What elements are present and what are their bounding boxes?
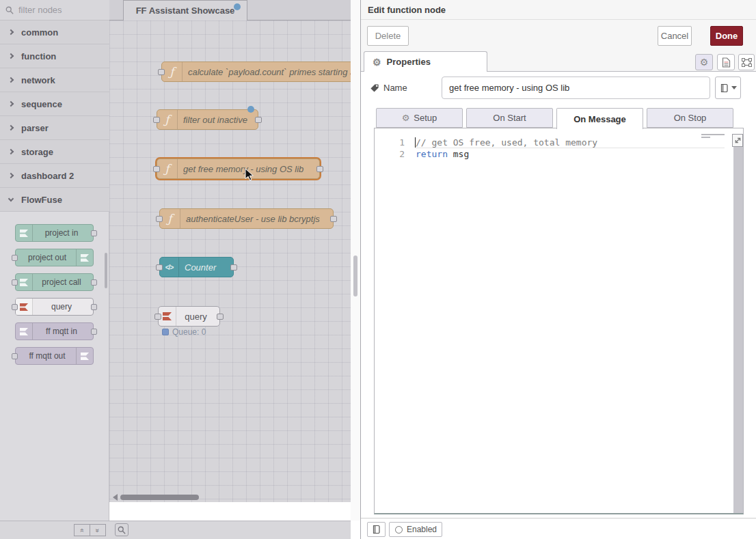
- tab-on-stop[interactable]: On Stop: [647, 108, 733, 128]
- tray-header: Edit function node Delete Cancel Done ⚙ …: [361, 0, 756, 72]
- input-port[interactable]: [153, 117, 160, 123]
- palette-category-parser[interactable]: parser: [0, 116, 109, 140]
- delete-button[interactable]: Delete: [367, 26, 409, 46]
- library-dropdown-button[interactable]: [715, 77, 741, 99]
- flow-node-authenticate-user[interactable]: ƒ authenticateUser - use lib bcryptjs: [159, 208, 334, 229]
- input-port[interactable]: [12, 255, 18, 261]
- category-label: storage: [21, 147, 53, 157]
- node-label: filter out inactive: [183, 110, 254, 129]
- palette-node-label: query: [33, 299, 90, 315]
- flowfuse-icon: [76, 249, 93, 266]
- tab-on-message[interactable]: On Message: [556, 108, 643, 129]
- tab-properties[interactable]: ⚙ Properties: [364, 51, 487, 72]
- palette-footer: » »: [0, 521, 109, 539]
- palette-category-dashboard2[interactable]: dashboard 2: [0, 164, 109, 188]
- flowfuse-icon: [16, 299, 33, 315]
- gear-icon: ⚙: [373, 57, 381, 67]
- search-flows-button[interactable]: [115, 523, 129, 536]
- line-number: 1: [375, 137, 405, 148]
- enabled-toggle-button[interactable]: Enabled: [389, 522, 442, 537]
- book-icon: [720, 83, 729, 93]
- tab-on-start[interactable]: On Start: [466, 108, 553, 128]
- palette-node-label: project in: [33, 225, 90, 241]
- expand-all-button[interactable]: »: [90, 524, 106, 536]
- category-label: parser: [21, 123, 49, 133]
- palette-category-storage[interactable]: storage: [0, 140, 109, 164]
- minimap-line: [701, 134, 725, 135]
- output-port[interactable]: [330, 216, 337, 222]
- palette-node-ff-mqtt-in[interactable]: ff mqtt in: [15, 322, 94, 340]
- output-port[interactable]: [230, 264, 237, 271]
- input-port[interactable]: [12, 304, 18, 310]
- done-button-label: Done: [716, 31, 738, 41]
- input-port[interactable]: [158, 69, 165, 75]
- flow-node-counter[interactable]: </> Counter: [159, 257, 234, 277]
- code-text[interactable]: // get OS free, used, total memoryreturn…: [416, 137, 597, 160]
- palette-filter-input[interactable]: [17, 4, 96, 16]
- description-icon-button[interactable]: [717, 54, 735, 70]
- palette-node-project-in[interactable]: project in: [15, 224, 94, 242]
- double-chevron-up-icon: »: [79, 528, 86, 532]
- palette-search[interactable]: [0, 0, 109, 20]
- library-button[interactable]: [367, 522, 386, 537]
- output-port[interactable]: [91, 230, 97, 236]
- canvas-vertical-scrollbar[interactable]: [353, 255, 357, 296]
- output-port[interactable]: [91, 329, 97, 335]
- flow-grid[interactable]: ƒ calculate `payload.count` primes start…: [109, 20, 351, 502]
- palette-node-query[interactable]: query: [15, 298, 94, 316]
- divider: [361, 19, 756, 20]
- input-port[interactable]: [154, 314, 161, 320]
- palette-scrollbar[interactable]: [105, 253, 107, 288]
- horizontal-scrollbar[interactable]: [120, 495, 199, 500]
- appearance-icon-button[interactable]: [738, 54, 755, 70]
- status-dot: [162, 329, 169, 335]
- flow-node-filter-out-inactive[interactable]: ƒ filter out inactive: [157, 109, 258, 130]
- output-port[interactable]: [316, 166, 323, 172]
- palette-node-project-call[interactable]: project call: [15, 273, 94, 291]
- scroll-left-arrow[interactable]: [113, 494, 118, 501]
- properties-icon-button[interactable]: ⚙: [695, 54, 713, 70]
- palette-category-function[interactable]: function: [0, 44, 109, 68]
- output-port[interactable]: [91, 304, 97, 310]
- cancel-button[interactable]: Cancel: [658, 26, 692, 46]
- modified-indicator-dot: [247, 106, 254, 113]
- input-port[interactable]: [12, 353, 18, 359]
- workspace-tab[interactable]: FF Assistant Showcase: [123, 0, 247, 20]
- workspace-canvas[interactable]: FF Assistant Showcase ƒ calculate `paylo…: [109, 0, 351, 521]
- input-port[interactable]: [156, 264, 163, 271]
- done-button[interactable]: Done: [710, 26, 743, 46]
- palette-category-flowfuse[interactable]: FlowFuse: [0, 188, 109, 212]
- collapse-all-button[interactable]: »: [74, 524, 90, 536]
- node-label: authenticateUser - use lib bcryptjs: [186, 209, 329, 228]
- output-port[interactable]: [217, 314, 224, 320]
- flowfuse-icon: [16, 225, 33, 241]
- tab-setup[interactable]: ⚙ Setup: [376, 108, 463, 128]
- chevron-right-icon: [8, 77, 14, 83]
- code-editor[interactable]: 1 2 // get OS free, used, total memoryre…: [374, 128, 744, 514]
- palette-category-sequence[interactable]: sequence: [0, 92, 109, 116]
- palette-category-common[interactable]: common: [0, 20, 109, 44]
- flowfuse-icon: [76, 348, 93, 364]
- expand-editor-button[interactable]: [732, 134, 743, 147]
- palette-node-label: project out: [18, 249, 76, 266]
- palette-node-ff-mqtt-out[interactable]: ff mqtt out: [15, 347, 94, 365]
- gear-icon: ⚙: [700, 57, 709, 67]
- flow-node-get-free-memory[interactable]: ƒ get free memory - using OS lib: [157, 158, 320, 179]
- node-palette: common function network sequence parser …: [0, 0, 109, 521]
- flow-node-calculate-primes[interactable]: ƒ calculate `payload.count` primes start…: [161, 61, 351, 82]
- name-input[interactable]: [442, 77, 710, 99]
- output-port[interactable]: [255, 117, 262, 123]
- input-port[interactable]: [12, 279, 18, 286]
- flow-node-query[interactable]: query: [158, 306, 220, 327]
- input-port[interactable]: [153, 166, 160, 172]
- delete-button-label: Delete: [375, 31, 401, 41]
- output-port[interactable]: [91, 279, 97, 286]
- editor-scrollbar[interactable]: [733, 134, 743, 513]
- palette-node-project-out[interactable]: project out: [15, 249, 94, 266]
- editor-minimap[interactable]: [701, 134, 726, 139]
- palette-category-network[interactable]: network: [0, 68, 109, 92]
- code-keyword: return: [416, 149, 448, 159]
- input-port[interactable]: [156, 216, 163, 222]
- book-icon: [372, 525, 381, 534]
- modified-indicator-dot: [234, 3, 241, 10]
